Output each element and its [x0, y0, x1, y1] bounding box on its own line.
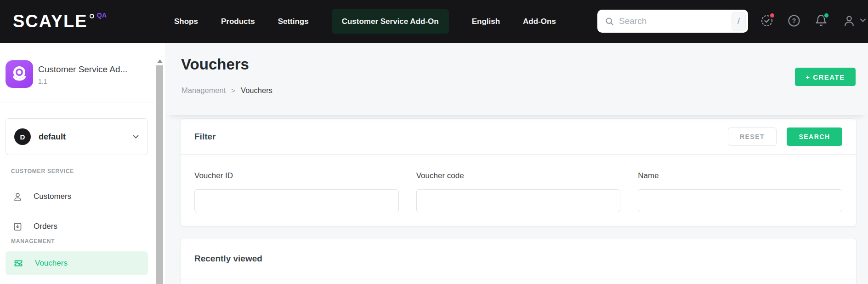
env-badge: QA: [97, 12, 107, 19]
voucher-ticket-icon: [13, 258, 24, 269]
workspace-selector[interactable]: D default: [6, 118, 148, 155]
field-voucher-id: Voucher ID: [194, 171, 399, 212]
scrollbar-up-arrow-icon[interactable]: [157, 59, 163, 63]
filter-heading: Filter: [194, 132, 728, 142]
sidebar-item-label: Customers: [34, 192, 71, 201]
field-label: Voucher code: [416, 171, 621, 180]
workspace-name: default: [39, 132, 132, 142]
alert-badge: [769, 12, 775, 18]
svg-text:?: ?: [792, 17, 796, 24]
nav-item-shops[interactable]: Shops: [174, 17, 198, 26]
filter-card: Filter RESET SEARCH Voucher ID Voucher c…: [180, 118, 857, 226]
main-nav: Shops Products Settings Customer Service…: [174, 0, 556, 43]
breadcrumb-separator: >: [231, 87, 235, 94]
app-name: Customer Service Ad...: [38, 64, 127, 75]
chevron-down-icon: [132, 134, 139, 139]
nav-item-addons[interactable]: Add-Ons: [523, 17, 556, 26]
reset-button[interactable]: RESET: [728, 128, 777, 146]
status-check-icon[interactable]: [760, 14, 773, 27]
account-user-icon[interactable]: [843, 14, 856, 27]
logo-text: SCAYLE: [13, 12, 88, 31]
top-navbar: SCAYLE QA Shops Products Settings Custom…: [0, 0, 868, 43]
sidebar-item-label: Orders: [34, 222, 57, 231]
account-chevron-down-icon[interactable]: [860, 18, 866, 23]
name-input[interactable]: [638, 189, 842, 212]
section-customer-service: CUSTOMER SERVICE: [11, 168, 74, 174]
sidebar-item-orders[interactable]: Orders: [6, 215, 148, 238]
main-content: Vouchers Management > Vouchers + CREATE …: [165, 43, 868, 284]
search-input[interactable]: [619, 16, 732, 26]
sidebar-item-label: Vouchers: [35, 259, 68, 268]
scayle-logo[interactable]: SCAYLE QA: [13, 0, 107, 43]
search-icon: [605, 17, 614, 26]
app-version: 1.1: [38, 78, 127, 85]
voucher-code-input[interactable]: [416, 189, 621, 212]
nav-item-settings[interactable]: Settings: [278, 17, 309, 26]
field-label: Voucher ID: [194, 171, 399, 180]
recently-viewed-card: Recently viewed: [180, 238, 857, 284]
nav-item-products[interactable]: Products: [221, 17, 255, 26]
order-box-icon: [13, 222, 23, 232]
sidebar-scrollbar[interactable]: [155, 43, 165, 284]
sidebar-item-vouchers[interactable]: Vouchers: [6, 251, 148, 275]
search-button[interactable]: SEARCH: [787, 128, 842, 146]
global-search[interactable]: /: [597, 10, 748, 33]
sidebar-item-customers[interactable]: Customers: [6, 185, 148, 208]
field-voucher-code: Voucher code: [416, 171, 621, 212]
nav-item-language[interactable]: English: [472, 17, 500, 26]
voucher-id-input[interactable]: [194, 189, 399, 212]
breadcrumb: Management > Vouchers: [182, 86, 272, 95]
field-label: Name: [638, 171, 842, 180]
page-title: Vouchers: [181, 56, 249, 73]
notification-badge: [823, 12, 829, 18]
page-header: Vouchers Management > Vouchers: [165, 43, 868, 115]
notifications-bell-icon[interactable]: [815, 14, 828, 27]
search-shortcut-key: /: [732, 12, 746, 30]
user-icon: [13, 192, 23, 202]
logo-circle-icon: [90, 14, 94, 18]
section-management: MANAGEMENT: [11, 238, 55, 244]
divider: [0, 103, 155, 103]
recently-viewed-heading: Recently viewed: [194, 254, 842, 264]
help-icon[interactable]: ?: [788, 14, 800, 27]
sidebar: Customer Service Ad... 1.1 D default CUS…: [0, 43, 165, 284]
breadcrumb-management[interactable]: Management: [182, 86, 226, 95]
nav-item-customer-service-addon[interactable]: Customer Service Add-On: [332, 9, 449, 34]
scrollbar-thumb[interactable]: [156, 65, 163, 284]
app-header: Customer Service Ad... 1.1: [6, 60, 148, 88]
breadcrumb-vouchers: Vouchers: [241, 86, 272, 95]
customer-service-app-icon: [6, 60, 33, 88]
workspace-avatar: D: [14, 128, 31, 145]
create-button[interactable]: + CREATE: [795, 68, 856, 86]
field-name: Name: [638, 171, 842, 212]
